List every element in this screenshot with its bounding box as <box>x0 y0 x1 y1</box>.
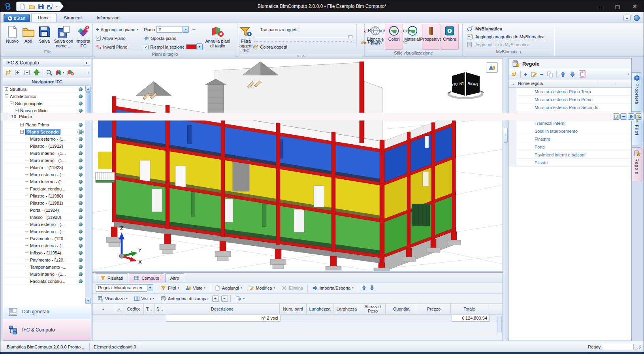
ribbon-button-apri[interactable]: Apri <box>21 24 37 44</box>
add-rule-icon[interactable]: + <box>524 71 527 77</box>
visibility-icon[interactable] <box>79 109 83 113</box>
table-header-7[interactable]: Lunghezza <box>307 304 333 314</box>
tree-item[interactable]: Porta - (11924) <box>3 207 85 214</box>
tree-item[interactable]: −Sito principale <box>3 100 85 107</box>
tree-expand-icon[interactable]: + <box>5 87 8 91</box>
style-button-colori[interactable]: Colori <box>385 24 403 50</box>
visibility-icon[interactable] <box>79 215 83 219</box>
collapse-all-icon[interactable] <box>24 69 30 76</box>
move-down-icon[interactable] <box>369 285 375 291</box>
visibility-icon[interactable] <box>79 194 83 198</box>
nav-button-dati-generali[interactable]: Dati generali <box>3 304 91 319</box>
3d-viewport[interactable]: FRONT RIGHT Z Y X <box>92 58 503 271</box>
visibility-icon[interactable] <box>79 144 83 148</box>
visibility-icon[interactable] <box>79 166 83 169</box>
rule-run-button[interactable] <box>628 113 631 120</box>
style-button-bianco-e-nero[interactable]: Bianco e nero <box>366 24 384 50</box>
nav-button-ifc-computo[interactable]: IFC & Computo <box>3 319 91 341</box>
scroll-down-icon[interactable]: ▼ <box>85 298 91 304</box>
table-header-10[interactable]: Quantità <box>386 304 417 314</box>
table-header-6[interactable]: Num. parti <box>280 304 307 314</box>
filters-dropdown-button[interactable]: Filtri▾ <box>158 284 181 292</box>
bottom-tab-risultati[interactable]: Risultati <box>95 273 128 282</box>
ribbon-button-salva-con-nome[interactable]: Salva con nome ... <box>53 24 75 49</box>
rule-row[interactable]: 10Pilastri <box>508 113 631 121</box>
tree-item[interactable]: Infisso - (11954) <box>3 249 85 256</box>
rule-remove-button[interactable] <box>620 113 627 120</box>
remove-rule-icon[interactable]: − <box>540 71 544 77</box>
ribbon-button-nuovo[interactable]: Nuovo <box>4 24 21 44</box>
fill-section-checkbox[interactable]: ✓Riempi la sezione ▼ <box>144 43 203 51</box>
visibility-icon[interactable] <box>79 180 83 184</box>
rule-edit-button[interactable] <box>613 113 620 120</box>
building-3d-model[interactable] <box>92 58 503 271</box>
view-dropdown-button[interactable]: Vista▾ <box>132 295 156 302</box>
tree-item[interactable]: Pavimento - (120... <box>3 235 85 242</box>
bottom-tab-altro[interactable]: Altro <box>165 273 185 282</box>
combo-arrow-icon[interactable]: ▼ <box>196 43 203 50</box>
remove-color-flag-icon[interactable] <box>67 69 74 76</box>
visibility-icon[interactable] <box>79 222 83 226</box>
tab-bstart[interactable]: ▶ bStart <box>4 14 30 22</box>
visibility-icon[interactable] <box>79 137 83 141</box>
side-tab-propriet[interactable]: Proprietà <box>632 72 642 112</box>
table-header-5[interactable]: Descrizione <box>165 304 280 314</box>
table-header-4[interactable]: S... <box>154 304 165 314</box>
zoom-selection-icon[interactable] <box>46 69 53 76</box>
duplicate-rule-icon[interactable] <box>547 71 553 77</box>
ribbon-button-salva[interactable]: Salva <box>36 24 53 44</box>
scrollbar-thumb[interactable] <box>86 92 90 114</box>
move-rule-up-icon[interactable] <box>560 71 566 77</box>
refresh-icon[interactable] <box>511 71 517 77</box>
visibility-icon[interactable] <box>79 237 83 241</box>
tree-collapse-icon[interactable]: − <box>5 94 8 98</box>
visibility-icon[interactable] <box>79 158 83 162</box>
clipboard-icon[interactable] <box>579 70 586 78</box>
edit-rule-icon[interactable] <box>531 71 537 77</box>
visibility-icon[interactable] <box>79 201 83 205</box>
visibility-icon[interactable] <box>79 94 83 98</box>
tree-item[interactable]: Pavimento - (120... <box>3 256 85 264</box>
scroll-up-icon[interactable]: ▲ <box>85 86 91 92</box>
toolbar-overflow-icon[interactable]: › <box>628 72 629 76</box>
table-header-12[interactable]: Totale <box>451 304 488 314</box>
table-header-11[interactable]: Prezzo <box>417 304 451 314</box>
print-preview-button[interactable]: Anteprima di stampa <box>158 295 210 302</box>
up-level-icon[interactable] <box>33 69 40 76</box>
tab-strumenti[interactable]: Strumenti <box>57 13 89 22</box>
table-header-3[interactable]: T... <box>144 304 154 314</box>
tree-item[interactable]: +Struttura <box>3 86 85 93</box>
tree-item[interactable]: Muro esterno - (... <box>3 221 85 228</box>
visibility-icon[interactable] <box>79 130 83 134</box>
visibility-icon[interactable] <box>79 272 83 276</box>
move-floor-button[interactable]: Sposta piano <box>144 34 203 42</box>
visibility-icon[interactable] <box>79 151 83 155</box>
filter-ifc-objects-button[interactable]: Filtra oggetti IFC <box>239 24 253 53</box>
tree-item[interactable]: Facciata continu... <box>3 185 85 192</box>
refresh-icon[interactable] <box>5 69 11 76</box>
tree-item[interactable]: −Architettonico <box>3 93 85 100</box>
combo-arrow-icon[interactable]: ▼ <box>183 26 189 33</box>
activate-floor-checkbox[interactable]: ✓Attiva Piano <box>96 34 138 42</box>
myblumatica-button[interactable]: MyBlumatica <box>467 26 544 32</box>
splitter-arrow-icon[interactable]: › <box>504 128 508 143</box>
tree-item[interactable]: Pilastro - (11980) <box>3 192 85 200</box>
visibility-icon[interactable] <box>79 87 83 91</box>
collapse-rows-icon[interactable]: − <box>221 296 228 302</box>
tree-item[interactable]: Pilastro - (11922) <box>3 143 85 150</box>
visibility-icon[interactable] <box>79 279 83 283</box>
transparency-slider[interactable] <box>254 35 353 40</box>
expand-rows-icon[interactable]: + <box>212 296 219 302</box>
resize-grip[interactable] <box>636 344 641 349</box>
close-button[interactable]: ✕ <box>626 0 644 12</box>
table-header-1[interactable]: △ <box>114 304 124 314</box>
section-color-combo[interactable]: ▼ <box>186 43 203 50</box>
tab-home[interactable]: Home <box>31 13 56 22</box>
tree-item[interactable]: Muro esterno - (... <box>3 228 85 235</box>
tree-item[interactable]: Pilastro - (11981) <box>3 200 85 207</box>
tree-item[interactable]: Muro interno - (1... <box>3 150 85 157</box>
tree-item[interactable]: Muro interno - (1... <box>3 178 85 185</box>
maximize-button[interactable]: ▢ <box>609 0 626 12</box>
table-scrollbar[interactable] <box>497 316 502 333</box>
side-tab-regole[interactable]: Regole <box>632 147 642 181</box>
